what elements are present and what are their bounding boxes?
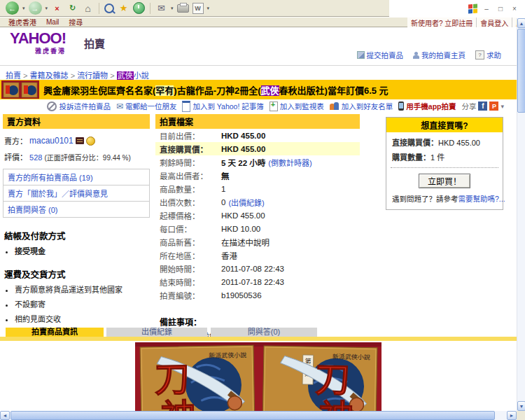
- home-icon[interactable]: ⌂: [82, 2, 94, 14]
- stop-icon[interactable]: ×: [51, 2, 63, 14]
- breadcrumb: 拍賣 > 書籍及雜誌 > 流行讀物 > 武俠小說: [6, 69, 149, 80]
- horizontal-scrollbar[interactable]: ◄ ►: [0, 411, 517, 420]
- auction-row-bid-count: 出價次數：0(出價紀錄): [155, 195, 360, 209]
- breadcrumb-separator: >: [71, 71, 75, 80]
- submit-item-link[interactable]: 提交拍賣品: [357, 50, 404, 60]
- auction-row-end-time: 結束時間：2011-07-18 22:43: [155, 275, 360, 288]
- mail-icon[interactable]: ✉: [155, 2, 167, 14]
- print-icon[interactable]: [177, 4, 189, 13]
- need-help-link[interactable]: 需要幫助嗎?...: [458, 195, 505, 203]
- scroll-up-button[interactable]: ▲: [517, 18, 525, 28]
- toolbar-separator: [150, 3, 150, 14]
- restore-button[interactable]: □: [496, 5, 505, 13]
- notes-header: 備註事項：: [160, 316, 360, 328]
- tab-qa[interactable]: 問與答(0): [211, 328, 317, 337]
- edit-dropdown-icon[interactable]: ▾: [207, 6, 210, 11]
- scrollbar-corner: [517, 411, 525, 420]
- add-watchlist-link[interactable]: 加入到監視表: [270, 101, 324, 111]
- seller-card-icon[interactable]: [76, 137, 84, 144]
- browser-links-bar: 雅虎香港 Mail 搜尋: [0, 18, 407, 27]
- auction-qa-link[interactable]: 拍賣問與答 (0): [4, 202, 149, 218]
- mobile-app-label[interactable]: 用手機app拍賣: [406, 101, 456, 111]
- links-bar-yahoo[interactable]: 雅虎香港: [8, 17, 36, 27]
- add-friends-label[interactable]: 加入到好友名單: [342, 101, 393, 111]
- horizontal-scroll-thumb[interactable]: [10, 411, 495, 420]
- seller-about-link[interactable]: 賣方「關於我」／評價與意見: [4, 186, 149, 202]
- breadcrumb-auction[interactable]: 拍賣: [6, 71, 21, 80]
- mobile-app-link[interactable]: 用手機app拍賣: [398, 101, 456, 111]
- links-bar-search[interactable]: 搜尋: [69, 17, 83, 27]
- report-label[interactable]: 投訴這件拍賣品: [59, 101, 111, 111]
- back-icon[interactable]: ←: [6, 1, 19, 15]
- email-friend-link[interactable]: ✉電郵給一位朋友: [116, 101, 177, 111]
- history-icon[interactable]: [133, 2, 145, 14]
- back-dropdown-icon[interactable]: ▾: [22, 6, 25, 11]
- auction-row-time-left: 剩餘時間：5 天 22 小時(倒數計時器): [155, 155, 360, 169]
- report-item-link[interactable]: 投訴這件拍賣品: [47, 101, 111, 111]
- bid-records-link[interactable]: (出價紀錄): [228, 197, 264, 208]
- title-highlight-rare: 罕有: [155, 85, 174, 96]
- add-watchlist-label[interactable]: 加入到監視表: [280, 101, 324, 111]
- item-thumbnail[interactable]: [1, 80, 39, 99]
- tab-item-info[interactable]: 拍賣商品資訊: [6, 328, 104, 337]
- register-link[interactable]: 新使用者? 立即註冊: [407, 18, 477, 28]
- refresh-icon[interactable]: ↻: [66, 2, 78, 14]
- breadcrumb-highlight: 武俠: [117, 71, 134, 80]
- vertical-scrollbar[interactable]: ▲ ▼: [517, 18, 525, 411]
- email-friend-label[interactable]: 電郵給一位朋友: [125, 101, 177, 111]
- favorites-icon[interactable]: ★: [118, 2, 130, 14]
- windows-flag-icon: [468, 4, 477, 13]
- vertical-scroll-thumb[interactable]: [517, 29, 525, 113]
- buy-now-box: 想直接買嗎? 直接購買價：HKD 455.00 購買數量：1 件 立即買！ 遇到…: [386, 117, 503, 210]
- book-title-char-shen: 神: [160, 398, 196, 411]
- tab-bid-records[interactable]: 出價紀錄: [106, 328, 207, 337]
- help-link[interactable]: ?求助: [475, 50, 501, 60]
- yahoo-logo[interactable]: YAHOO! 雅虎香港: [10, 31, 66, 58]
- scroll-right-button[interactable]: ►: [507, 411, 517, 420]
- add-notebook-label[interactable]: 加入到 Yahoo! 記事簿: [192, 101, 263, 111]
- plurk-icon[interactable]: P: [489, 102, 498, 111]
- auction-row-auction-id: 拍賣編號：b19050536: [155, 288, 360, 302]
- breadcrumb-wuxia[interactable]: 武俠小說: [117, 71, 149, 80]
- countdown-timer-link[interactable]: (倒數計時器): [268, 157, 312, 168]
- add-friends-link[interactable]: 加入到好友名單: [330, 101, 393, 111]
- seller-id-link[interactable]: macau0101: [29, 136, 74, 146]
- login-link[interactable]: 會員登入: [477, 18, 512, 28]
- edit-icon[interactable]: W: [192, 3, 204, 14]
- rating-value-link[interactable]: 528: [29, 153, 42, 162]
- my-auction-link[interactable]: 我的拍賣主頁: [413, 50, 465, 60]
- links-bar-mail[interactable]: Mail: [46, 18, 59, 26]
- auction-row-buy-now: 直接購買價：HKD 455.00: [155, 142, 360, 155]
- add-notebook-link[interactable]: 加入到 Yahoo! 記事簿: [182, 101, 263, 112]
- toolbar-separator: [99, 3, 99, 14]
- account-links: 新使用者? 立即註冊 會員登入 服務說明: [407, 18, 517, 27]
- breadcrumb-popular[interactable]: 流行讀物: [77, 71, 108, 80]
- forward-icon[interactable]: →: [29, 1, 42, 15]
- seller-medal-icon[interactable]: [86, 136, 95, 146]
- auction-row-location: 所在地區：香港: [155, 248, 360, 262]
- help-label[interactable]: 求助: [486, 50, 501, 60]
- my-auction-label[interactable]: 我的拍賣主頁: [421, 50, 465, 60]
- breadcrumb-books[interactable]: 書籍及雜誌: [30, 71, 69, 80]
- rating-label: 評價：: [4, 153, 27, 162]
- submit-item-label[interactable]: 提交拍賣品: [367, 50, 404, 60]
- auction-row-current-bid: 目前出價：HKD 455.00: [155, 129, 360, 142]
- forward-dropdown-icon[interactable]: ▾: [46, 6, 48, 11]
- search-icon[interactable]: [104, 4, 114, 13]
- seller-sidebar: 賣方資料 賣方： macau0101 評價： 528 (正面評價百分比：99.4…: [3, 114, 150, 328]
- minimize-button[interactable]: –: [482, 5, 491, 13]
- close-button[interactable]: ×: [510, 5, 519, 13]
- report-icon: [47, 102, 57, 111]
- payment-header: 結帳及付款方式: [4, 229, 150, 242]
- auction-row-increment: 每口價：HKD 10.00: [155, 222, 360, 235]
- breadcrumb-tail: 小說: [134, 71, 149, 80]
- buy-now-button[interactable]: 立即買！: [419, 174, 470, 188]
- scroll-down-button[interactable]: ▼: [517, 401, 525, 411]
- mail-dropdown-icon[interactable]: ▾: [171, 6, 174, 11]
- seller-all-items-link[interactable]: 賣方的所有拍賣商品 (19): [4, 169, 149, 186]
- share-dropdown-icon[interactable]: ▾: [500, 103, 504, 110]
- rating-percent: (正面評價百分比：99.44 %): [44, 154, 130, 162]
- facebook-icon[interactable]: f: [478, 102, 487, 111]
- site-section-title: 拍賣: [84, 36, 105, 50]
- scroll-left-button[interactable]: ◄: [0, 411, 10, 420]
